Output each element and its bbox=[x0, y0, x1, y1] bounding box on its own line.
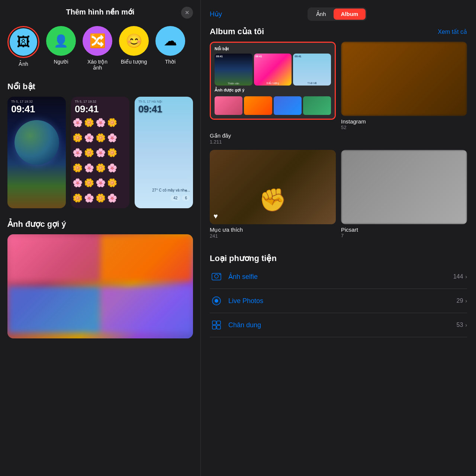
category-label-nguoi: Người bbox=[54, 59, 68, 65]
featured-mini-cards: 09:41 Thiên văn 09:41 Biểu tượng 09:41 bbox=[215, 54, 331, 86]
suggested-section: Ảnh được gợi ý bbox=[0, 216, 200, 338]
svg-rect-9 bbox=[212, 325, 216, 329]
fav-thumb-bg: ✊ bbox=[210, 150, 336, 224]
selfie-icon bbox=[211, 271, 222, 282]
bieu-tuong-icon: 😊 bbox=[126, 33, 142, 49]
sug-mini-3 bbox=[274, 96, 302, 115]
selfie-icon-container bbox=[210, 270, 223, 283]
tab-anh[interactable]: Ảnh bbox=[309, 9, 334, 20]
cancel-button[interactable]: Hủy bbox=[210, 10, 222, 18]
mini-card-weather-bg bbox=[293, 54, 331, 86]
mini-card-label-thoi-tiet: Thời tiết bbox=[293, 82, 331, 85]
media-type-item-live-photos[interactable]: Live Photos 29 › bbox=[210, 289, 467, 313]
weather-card-bg: Th 5, 17 Hà Nội 09:41 27° C cô mây và nh… bbox=[135, 97, 193, 208]
album-name-instagram: Instagram bbox=[341, 118, 467, 125]
tab-album[interactable]: Album bbox=[334, 9, 366, 20]
sug-mini-1 bbox=[215, 96, 242, 115]
mini-card-earth-bg bbox=[215, 54, 253, 86]
category-label-xao-tron: Xáo trộn ảnh bbox=[83, 59, 112, 71]
mini-card-time-thoi-tiet: 09:41 bbox=[295, 55, 301, 58]
album-count-picsart: 7 bbox=[341, 233, 467, 238]
left-panel-title: Thêm hình nền mới bbox=[66, 7, 135, 16]
media-type-list: Ảnh selfie 144 › Live Photos 29 › bbox=[210, 265, 467, 337]
album-label-gan-day: Gần đây 1.211 bbox=[210, 132, 336, 145]
album-item-muc-ua-thich[interactable]: ✊ ♥ Mục ưa thích 241 bbox=[210, 150, 336, 239]
left-header: Thêm hình nền mới ✕ bbox=[0, 0, 200, 22]
featured-card-thien-van[interactable]: Th 5, 17 19:32 09:41 Thiên văn bbox=[7, 97, 66, 208]
mini-card-time-thien-van: 09:41 bbox=[216, 55, 223, 58]
featured-card-bieu-tuong[interactable]: Th 5, 17 19:32 09:41 🌸🌼🌸🌼 🌼🌸🌼🌸 🌸🌼🌸🌼 🌼🌸🌼🌸… bbox=[71, 97, 129, 208]
album-grid-row2: ✊ ♥ Mục ưa thích 241 Picsart 7 bbox=[210, 150, 467, 239]
anh-icon: 🖼 bbox=[17, 34, 30, 50]
album-item-picsart[interactable]: Picsart 7 bbox=[341, 150, 467, 239]
selfie-name: Ảnh selfie bbox=[228, 273, 453, 281]
media-type-item-selfie[interactable]: Ảnh selfie 144 › bbox=[210, 265, 467, 289]
media-type-title: Loại phương tiện bbox=[210, 254, 467, 263]
flower-time: 09:41 bbox=[75, 103, 126, 115]
close-button[interactable]: ✕ bbox=[181, 7, 193, 19]
flower-date: Th 5, 17 19:32 bbox=[75, 100, 126, 103]
mini-card-flower-bg bbox=[254, 54, 292, 86]
category-circle-bieu-tuong: 😊 bbox=[119, 26, 149, 56]
featured-album-label: Nổi bật bbox=[215, 46, 331, 51]
weather-info: 27° C cô mây và nhẹ... 42 6 bbox=[152, 188, 190, 201]
mini-card-label-thien-van: Thiên văn bbox=[215, 82, 253, 85]
album-item-featured[interactable]: Nổi bật 09:41 Thiên văn 09:41 Biểu tượng bbox=[210, 42, 336, 130]
featured-section-title: Nổi bật bbox=[0, 78, 200, 97]
mini-card-label-bieu-tuong: Biểu tượng bbox=[254, 82, 292, 85]
close-icon: ✕ bbox=[185, 10, 189, 16]
chan-dung-icon bbox=[211, 320, 222, 330]
my-albums-title: Album của tôi bbox=[210, 27, 264, 36]
album-count-gan-day: 1.211 bbox=[210, 139, 336, 145]
category-circle-anh: 🖼 bbox=[10, 28, 37, 56]
selected-border: 🖼 bbox=[7, 26, 39, 58]
live-photos-icon-container bbox=[210, 294, 223, 308]
earth-card-bg: Th 5, 17 19:32 09:41 bbox=[7, 97, 66, 208]
category-row: 🖼 Ảnh 👤 Người 🔀 Xáo trộn ảnh 😊 Biểu tượn… bbox=[0, 22, 200, 78]
sug-mini-2 bbox=[244, 96, 272, 115]
album-item-instagram[interactable]: Instagram 52 bbox=[341, 42, 467, 130]
album-labels-row1: Gần đây 1.211 bbox=[210, 132, 467, 145]
category-item-xao-tron[interactable]: 🔀 Xáo trộn ảnh bbox=[83, 26, 112, 71]
album-thumb-featured: Nổi bật 09:41 Thiên văn 09:41 Biểu tượng bbox=[210, 42, 336, 120]
suggested-preview[interactable] bbox=[7, 234, 193, 338]
weather-time: 09:41 bbox=[138, 103, 189, 115]
earth-time-bar: Th 5, 17 19:32 09:41 bbox=[7, 97, 66, 116]
category-label-bieu-tuong: Biểu tượng bbox=[121, 59, 147, 65]
category-item-bieu-tuong[interactable]: 😊 Biểu tượng bbox=[119, 26, 149, 71]
weather-badge-1: 42 bbox=[170, 195, 180, 201]
category-item-nguoi[interactable]: 👤 Người bbox=[46, 26, 76, 71]
live-photos-icon bbox=[211, 296, 222, 306]
category-item-anh[interactable]: 🖼 Ảnh bbox=[7, 26, 39, 71]
category-item-thoi[interactable]: ☁ Thời bbox=[155, 26, 185, 71]
media-type-item-chan-dung[interactable]: Chân dung 53 › bbox=[210, 313, 467, 337]
earth-date: Th 5, 17 19:32 bbox=[11, 100, 62, 103]
svg-point-5 bbox=[215, 299, 218, 303]
flower-card-bg: Th 5, 17 19:32 09:41 🌸🌼🌸🌼 🌼🌸🌼🌸 🌸🌼🌸🌼 🌼🌸🌼🌸… bbox=[71, 97, 129, 208]
live-photos-count: 29 bbox=[457, 298, 463, 304]
media-type-section: Loại phương tiện Ảnh selfie 144 › bbox=[201, 246, 476, 337]
svg-rect-7 bbox=[212, 321, 216, 325]
see-all-button[interactable]: Xem tất cả bbox=[438, 28, 467, 35]
svg-rect-10 bbox=[217, 325, 221, 329]
album-count-muc-ua-thich: 241 bbox=[210, 233, 336, 239]
svg-point-2 bbox=[215, 274, 218, 278]
svg-rect-0 bbox=[211, 271, 222, 282]
chan-dung-name: Chân dung bbox=[228, 321, 457, 329]
category-circle-xao-tron: 🔀 bbox=[83, 26, 112, 56]
weather-badge-2: 6 bbox=[182, 195, 190, 201]
thoi-icon: ☁ bbox=[164, 33, 177, 49]
album-grid-row1: Nổi bật 09:41 Thiên văn 09:41 Biểu tượng bbox=[210, 42, 467, 130]
album-thumb-picsart bbox=[341, 150, 467, 224]
featured-card-thoi-tiet[interactable]: Th 5, 17 Hà Nội 09:41 27° C cô mây và nh… bbox=[135, 97, 193, 208]
album-name-muc-ua-thich: Mục ưa thích bbox=[210, 226, 336, 233]
mini-card-thoi-tiet: 09:41 Thời tiết bbox=[293, 54, 331, 86]
featured-album-inner: Nổi bật 09:41 Thiên văn 09:41 Biểu tượng bbox=[211, 43, 335, 119]
selfie-chevron: › bbox=[465, 274, 467, 280]
picsart-thumb-bg bbox=[341, 150, 467, 224]
suggested-label: Ảnh được gợi ý bbox=[215, 88, 331, 93]
right-header: Hủy Ảnh Album bbox=[201, 0, 476, 27]
album-section-header: Album của tôi Xem tất cả bbox=[210, 27, 467, 36]
featured-row: Th 5, 17 19:32 09:41 Thiên văn Th 5, 17 … bbox=[0, 97, 200, 216]
selfie-count: 144 bbox=[453, 273, 463, 280]
